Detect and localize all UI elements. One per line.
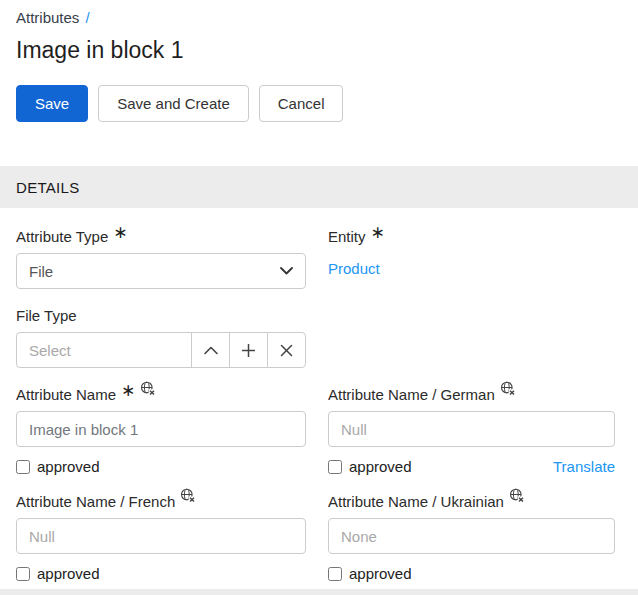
globe-x-icon (500, 381, 516, 396)
field-entity: Entity ∗ Product (328, 228, 615, 289)
attribute-name-ukrainian-approved-row: approved (328, 565, 615, 582)
chevron-up-icon (204, 346, 218, 355)
attribute-name-french-approved-row: approved (16, 565, 306, 582)
globe-x-icon (509, 488, 525, 503)
details-panel-title: DETAILS (16, 179, 80, 196)
next-panel-header-strip (0, 589, 638, 595)
field-attribute-type: Attribute Type ∗ File (16, 228, 306, 289)
attribute-name-german-approved-checkbox[interactable] (328, 460, 342, 474)
globe-x-icon (140, 381, 156, 396)
attribute-name-input[interactable] (16, 411, 306, 447)
close-icon (280, 344, 293, 357)
attribute-type-value: File (29, 263, 53, 280)
field-attribute-name-french: Attribute Name / French approved (16, 493, 306, 582)
required-marker: ∗ (113, 224, 127, 241)
attribute-name-approved-row: approved (16, 458, 306, 475)
attribute-name-ukrainian-approved-checkbox[interactable] (328, 567, 342, 581)
field-attribute-name-german: Attribute Name / German approved Transla… (328, 386, 615, 475)
file-type-expand-button[interactable] (191, 332, 230, 368)
details-form: Attribute Type ∗ File Entity ∗ Product (0, 208, 638, 595)
attribute-name-german-label: Attribute Name / German (328, 386, 615, 403)
toolbar: Save Save and Create Cancel (16, 85, 622, 122)
attribute-type-select[interactable]: File (16, 253, 306, 289)
attribute-name-ukrainian-input[interactable] (328, 518, 615, 554)
cancel-button[interactable]: Cancel (259, 85, 344, 122)
attribute-name-label: Attribute Name ∗ (16, 386, 306, 403)
approved-label: approved (349, 565, 412, 582)
file-type-input[interactable] (16, 332, 192, 368)
file-type-add-button[interactable] (229, 332, 268, 368)
breadcrumb-attributes[interactable]: Attributes (16, 9, 79, 26)
attribute-name-german-approved-row: approved Translate (328, 458, 615, 475)
details-panel-header[interactable]: DETAILS (0, 166, 638, 208)
save-button[interactable]: Save (16, 85, 88, 122)
required-marker: ∗ (371, 224, 385, 241)
approved-label: approved (37, 458, 100, 475)
approved-label: approved (37, 565, 100, 582)
save-and-create-button[interactable]: Save and Create (98, 85, 249, 122)
file-type-control (16, 332, 306, 368)
empty-cell (328, 307, 615, 368)
breadcrumb-separator: / (85, 9, 89, 26)
attribute-name-french-input[interactable] (16, 518, 306, 554)
file-type-label: File Type (16, 307, 306, 324)
field-file-type: File Type (16, 307, 306, 368)
field-attribute-name-ukrainian: Attribute Name / Ukrainian approved (328, 493, 615, 582)
globe-x-icon (180, 488, 196, 503)
approved-label: approved (349, 458, 412, 475)
required-marker: ∗ (121, 382, 135, 399)
plus-icon (241, 343, 256, 358)
entity-product-link[interactable]: Product (328, 260, 380, 277)
attribute-name-french-label: Attribute Name / French (16, 493, 306, 510)
attribute-type-label: Attribute Type ∗ (16, 228, 306, 245)
attribute-name-german-input[interactable] (328, 411, 615, 447)
chevron-down-icon (280, 267, 293, 275)
field-attribute-name: Attribute Name ∗ approved (16, 386, 306, 475)
entity-label: Entity ∗ (328, 228, 615, 245)
translate-link[interactable]: Translate (553, 458, 615, 475)
page-title: Image in block 1 (16, 37, 622, 64)
attribute-name-approved-checkbox[interactable] (16, 460, 30, 474)
file-type-clear-button[interactable] (267, 332, 306, 368)
breadcrumb: Attributes/ (0, 0, 638, 26)
attribute-name-french-approved-checkbox[interactable] (16, 567, 30, 581)
attribute-edit-page: Attributes/ Image in block 1 Save Save a… (0, 0, 638, 595)
attribute-name-ukrainian-label: Attribute Name / Ukrainian (328, 493, 615, 510)
